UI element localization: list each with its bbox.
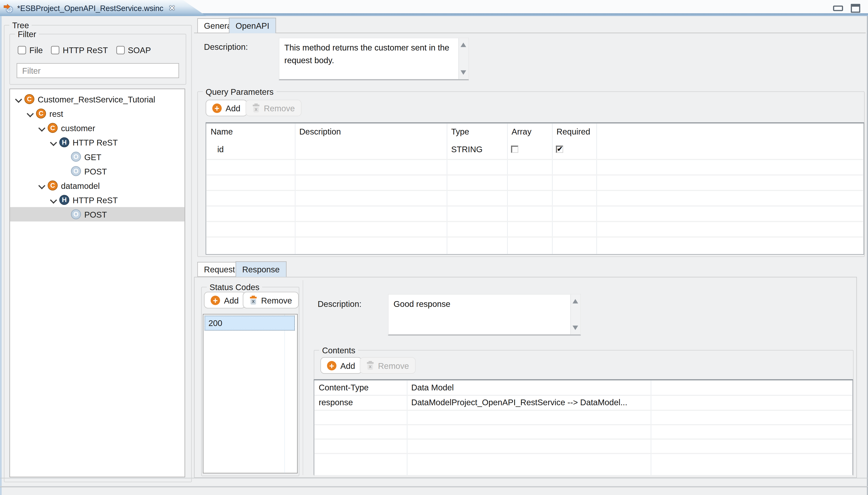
- panel-sash[interactable]: [302, 280, 303, 475]
- filter-checkbox-row: FileHTTP ReSTSOAP: [18, 46, 151, 55]
- editor-tab-title: *ESBProject_OpenAPI_RestService.wsinc: [17, 4, 163, 13]
- tree-node-datamodel[interactable]: Cdatamodel: [10, 178, 185, 193]
- tab-openapi[interactable]: OpenAPI: [229, 18, 276, 33]
- row-divider: [314, 439, 852, 440]
- node-icon-c: C: [48, 181, 58, 190]
- scroll-down-icon[interactable]: [461, 70, 466, 75]
- row-divider: [206, 159, 864, 160]
- node-icon-h: H: [60, 195, 69, 205]
- query-add-button[interactable]: + Add: [206, 100, 247, 116]
- tree-node-label: customer: [61, 123, 95, 133]
- chevron-down-icon[interactable]: [49, 138, 58, 147]
- maximize-icon[interactable]: [851, 4, 860, 13]
- trash-icon: x: [249, 295, 257, 305]
- status-add-button[interactable]: + Add: [204, 292, 245, 308]
- filter-checkbox-item: HTTP ReST: [51, 46, 108, 55]
- textarea-scrollbar[interactable]: [570, 295, 580, 335]
- contents-table[interactable]: Content-TypeData ModelresponseDataModelP…: [314, 380, 853, 475]
- chevron-down-icon[interactable]: [38, 124, 46, 132]
- method-description-textarea[interactable]: This method returns the customer sent in…: [279, 38, 469, 80]
- scroll-up-icon[interactable]: [573, 299, 578, 304]
- tree-node-http-rest[interactable]: HHTTP ReST: [10, 135, 185, 149]
- query-remove-label: Remove: [264, 103, 295, 113]
- status-remove-button[interactable]: x Remove: [243, 292, 298, 308]
- node-icon-o: O: [71, 152, 81, 162]
- required-checkbox[interactable]: [556, 146, 563, 153]
- row-divider: [314, 453, 852, 454]
- column-header-description: Description: [299, 127, 341, 136]
- checkbox-label: SOAP: [128, 46, 151, 55]
- filter-input[interactable]: [17, 63, 179, 78]
- tree-node-post[interactable]: OPOST: [10, 207, 185, 221]
- plus-circle-icon: +: [212, 103, 222, 113]
- tab-response[interactable]: Response: [235, 261, 286, 277]
- column-divider: [596, 123, 597, 254]
- column-header-data-model: Data Model: [411, 382, 454, 392]
- editor-window: *ESBProject_OpenAPI_RestService.wsinc ✕ …: [0, 0, 868, 495]
- node-icon-o: O: [71, 209, 81, 219]
- minimize-icon[interactable]: [833, 5, 843, 11]
- filter-checkbox-item: File: [18, 46, 43, 55]
- cell-name[interactable]: id: [217, 144, 224, 154]
- tree-group: Tree Filter FileHTTP ReSTSOAP CCustomer_…: [4, 25, 192, 482]
- column-header-type: Type: [451, 127, 469, 136]
- tree-node-http-rest[interactable]: HHTTP ReST: [10, 193, 185, 207]
- query-parameters-label: Query Parameters: [203, 87, 277, 96]
- tree-node-label: Customer_RestService_Tutorial: [38, 94, 155, 104]
- chevron-down-icon[interactable]: [38, 182, 46, 190]
- window-right-edge: [867, 16, 868, 495]
- array-checkbox[interactable]: [511, 146, 518, 153]
- column-header-content-type: Content-Type: [318, 382, 369, 392]
- plus-circle-icon: +: [327, 361, 337, 370]
- cell-type[interactable]: STRING: [451, 144, 482, 154]
- column-divider: [552, 123, 553, 254]
- response-description-textarea[interactable]: Good response: [388, 294, 581, 335]
- filter-group-label: Filter: [15, 30, 39, 39]
- tree-group-label: Tree: [9, 21, 32, 30]
- status-codes-label: Status Codes: [207, 283, 262, 292]
- tree-node-label: HTTP ReST: [72, 195, 118, 204]
- tree-node-customer-restservice-tutorial[interactable]: CCustomer_RestService_Tutorial: [10, 92, 185, 106]
- row-divider: [206, 237, 864, 238]
- cell-data-model[interactable]: DataModelProject_OpenAPI_RestService -->…: [411, 397, 627, 407]
- chevron-down-icon[interactable]: [14, 95, 23, 103]
- editor-tab[interactable]: *ESBProject_OpenAPI_RestService.wsinc ✕: [0, 0, 206, 16]
- query-add-label: Add: [226, 103, 241, 113]
- close-icon[interactable]: ✕: [169, 4, 175, 12]
- status-codes-list[interactable]: 200: [203, 314, 298, 474]
- node-icon-c: C: [48, 123, 58, 133]
- tree-node-label: HTTP ReST: [72, 138, 118, 147]
- editor-tabbar: *ESBProject_OpenAPI_RestService.wsinc ✕: [0, 0, 868, 16]
- column-header-required: Required: [557, 127, 590, 136]
- window-left-edge: [0, 16, 2, 495]
- checkbox-http-rest[interactable]: [51, 46, 60, 54]
- checkbox-file[interactable]: [18, 46, 26, 54]
- checkbox-soap[interactable]: [116, 46, 125, 54]
- contents-label: Contents: [320, 345, 358, 355]
- tree-node-get[interactable]: OGET: [10, 150, 185, 164]
- textarea-scrollbar[interactable]: [458, 38, 469, 79]
- node-icon-c: C: [36, 108, 46, 119]
- contents-add-button[interactable]: + Add: [320, 357, 362, 374]
- trash-icon: x: [252, 103, 260, 113]
- trash-icon: x: [366, 361, 374, 370]
- row-divider: [314, 410, 852, 411]
- scroll-down-icon[interactable]: [573, 326, 578, 330]
- row-divider: [206, 190, 864, 191]
- chevron-down-icon[interactable]: [26, 109, 34, 118]
- scroll-up-icon[interactable]: [461, 42, 466, 47]
- cell-content-type[interactable]: response: [318, 397, 353, 407]
- column-divider: [295, 123, 295, 254]
- contents-remove-label: Remove: [378, 361, 409, 370]
- tree-node-post[interactable]: OPOST: [10, 164, 185, 178]
- subtab-divider: [194, 33, 866, 33]
- tab-request[interactable]: Request: [197, 262, 242, 277]
- status-code-item[interactable]: 200: [204, 316, 295, 330]
- window-bottom-divider: [0, 486, 868, 487]
- query-parameters-table[interactable]: NameDescriptionTypeArrayRequiredidSTRING: [206, 123, 864, 255]
- chevron-down-icon[interactable]: [49, 196, 58, 204]
- tree-node-rest[interactable]: Crest: [10, 106, 185, 121]
- tree-list[interactable]: CCustomer_RestService_TutorialCrestCcust…: [9, 89, 185, 477]
- filter-group: Filter FileHTTP ReSTSOAP: [9, 34, 186, 85]
- tree-node-customer[interactable]: Ccustomer: [10, 121, 185, 135]
